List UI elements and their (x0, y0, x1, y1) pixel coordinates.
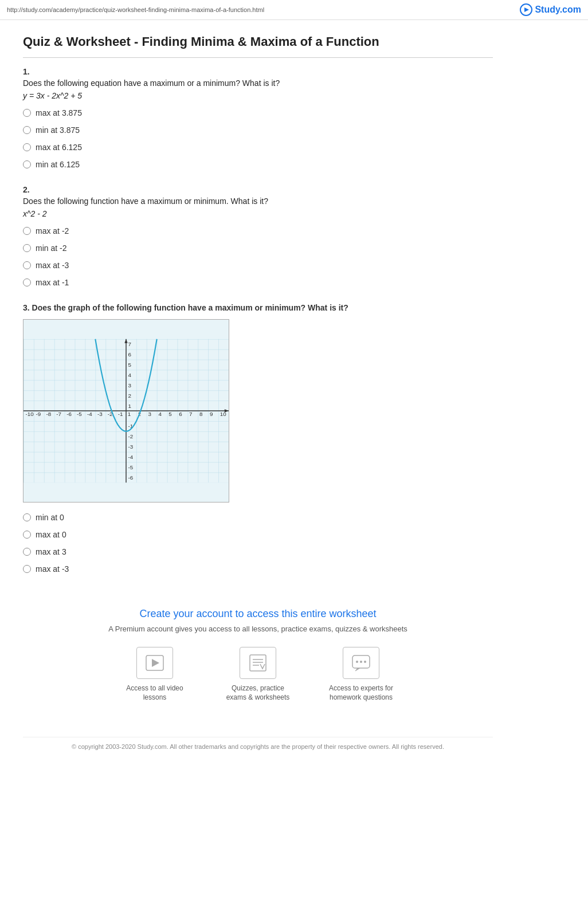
cta-quiz-label: Quizzes, practice exams & worksheets (224, 684, 292, 703)
q3-option-1[interactable]: min at 0 (23, 513, 493, 522)
cta-icons-row: Access to all video lessons Quizzes, pra… (34, 647, 481, 703)
q2-option-1-label: max at -2 (36, 226, 69, 235)
svg-text:4: 4 (158, 411, 162, 417)
q2-option-4-label: max at -1 (36, 278, 69, 287)
svg-text:-3: -3 (128, 443, 134, 450)
q1-radio-3[interactable] (23, 143, 31, 151)
logo-text: Study.com (535, 5, 581, 15)
svg-text:7: 7 (189, 411, 192, 417)
svg-point-48 (360, 661, 362, 663)
q2-radio-1[interactable] (23, 227, 31, 235)
cta-quiz-box (240, 647, 276, 679)
svg-text:-9: -9 (36, 411, 41, 417)
svg-text:-4: -4 (87, 411, 92, 417)
q1-option-3[interactable]: max at 6.125 (23, 143, 493, 152)
question-2-equation: x^2 - 2 (23, 209, 493, 218)
cta-section: Create your account to access this entir… (23, 596, 493, 726)
q1-option-2-label: min at 3.875 (36, 125, 80, 135)
question-1: 1. Does the following equation have a ma… (23, 67, 493, 169)
studycom-logo-icon (520, 3, 532, 16)
q2-option-2[interactable]: min at -2 (23, 244, 493, 253)
page-title: Quiz & Worksheet - Finding Minima & Maxi… (23, 34, 493, 58)
svg-text:3: 3 (148, 411, 151, 417)
footer: © copyright 2003-2020 Study.com. All oth… (23, 737, 493, 756)
q3-option-2[interactable]: max at 0 (23, 530, 493, 539)
q1-option-1[interactable]: max at 3.875 (23, 108, 493, 117)
svg-text:-3: -3 (97, 411, 103, 417)
svg-marker-41 (152, 659, 159, 667)
q2-option-4[interactable]: max at -1 (23, 278, 493, 287)
svg-point-49 (364, 661, 366, 663)
q3-option-3-label: max at 3 (36, 547, 66, 556)
question-2: 2. Does the following function have a ma… (23, 185, 493, 287)
cta-title: Create your account to access this entir… (34, 608, 481, 620)
q3-option-1-label: min at 0 (36, 513, 64, 522)
svg-text:-10: -10 (26, 411, 34, 417)
question-1-text: Does the following equation have a maxim… (23, 78, 493, 88)
svg-text:3: 3 (128, 382, 132, 388)
svg-text:2: 2 (128, 392, 131, 398)
svg-text:-6: -6 (128, 474, 134, 481)
cta-video-label: Access to all video lessons (120, 684, 189, 703)
q2-radio-2[interactable] (23, 244, 31, 252)
svg-text:-7: -7 (56, 411, 61, 417)
logo-area: Study.com (520, 3, 581, 16)
svg-text:1: 1 (128, 402, 131, 409)
question-2-text: Does the following function have a maxim… (23, 197, 493, 206)
q3-radio-1[interactable] (23, 513, 31, 521)
svg-text:8: 8 (199, 411, 203, 417)
q1-option-3-label: max at 6.125 (36, 143, 82, 152)
cta-expert-label: Access to experts for homework questions (327, 684, 395, 703)
cta-icon-video: Access to all video lessons (120, 647, 189, 703)
svg-text:-8: -8 (46, 411, 51, 417)
svg-text:5: 5 (128, 362, 132, 368)
svg-text:-6: -6 (66, 411, 72, 417)
question-2-number: 2. (23, 185, 493, 194)
svg-text:-5: -5 (77, 411, 82, 417)
cta-expert-box (343, 647, 379, 679)
svg-text:6: 6 (128, 351, 132, 358)
cta-subtitle: A Premium account gives you access to al… (34, 625, 481, 633)
top-bar: http://study.com/academy/practice/quiz-w… (0, 0, 588, 20)
q2-option-1[interactable]: max at -2 (23, 226, 493, 235)
svg-text:-1: -1 (118, 411, 123, 417)
q2-radio-4[interactable] (23, 278, 31, 286)
graph-container: -10 -9 -8 -7 -6 -5 -4 -3 -2 -1 1 2 3 4 5… (23, 319, 493, 502)
q1-radio-4[interactable] (23, 160, 31, 168)
svg-marker-1 (524, 7, 529, 12)
cta-icon-quiz: Quizzes, practice exams & worksheets (224, 647, 292, 703)
question-1-number: 1. (23, 67, 493, 76)
svg-text:-2: -2 (128, 433, 134, 439)
svg-text:-4: -4 (128, 454, 134, 460)
q2-radio-3[interactable] (23, 261, 31, 269)
chat-icon (351, 654, 371, 672)
function-graph: -10 -9 -8 -7 -6 -5 -4 -3 -2 -1 1 2 3 4 5… (23, 319, 229, 502)
question-3-number: 3. Does the graph of the following funct… (23, 303, 493, 312)
q1-option-1-label: max at 3.875 (36, 108, 82, 117)
q1-option-4[interactable]: min at 6.125 (23, 160, 493, 169)
q1-option-4-label: min at 6.125 (36, 160, 80, 169)
svg-text:5: 5 (168, 411, 172, 417)
cta-video-box (136, 647, 173, 679)
q2-option-2-label: min at -2 (36, 244, 66, 253)
svg-text:9: 9 (210, 411, 213, 417)
q1-radio-2[interactable] (23, 126, 31, 134)
main-content: Quiz & Worksheet - Finding Minima & Maxi… (0, 20, 516, 779)
question-1-equation: y = 3x - 2x^2 + 5 (23, 91, 493, 100)
q3-option-3[interactable]: max at 3 (23, 547, 493, 556)
q3-option-2-label: max at 0 (36, 530, 66, 539)
svg-point-47 (356, 661, 358, 663)
q1-radio-1[interactable] (23, 109, 31, 117)
q3-radio-2[interactable] (23, 531, 31, 539)
q2-option-3-label: max at -3 (36, 261, 69, 270)
q3-radio-4[interactable] (23, 565, 31, 573)
q2-option-3[interactable]: max at -3 (23, 261, 493, 270)
svg-text:1: 1 (128, 411, 131, 417)
svg-text:4: 4 (128, 372, 132, 378)
svg-text:6: 6 (179, 411, 182, 417)
q3-option-4[interactable]: max at -3 (23, 564, 493, 574)
question-3: 3. Does the graph of the following funct… (23, 303, 493, 574)
q1-option-2[interactable]: min at 3.875 (23, 125, 493, 135)
q3-radio-3[interactable] (23, 548, 31, 556)
quiz-icon (248, 654, 268, 672)
